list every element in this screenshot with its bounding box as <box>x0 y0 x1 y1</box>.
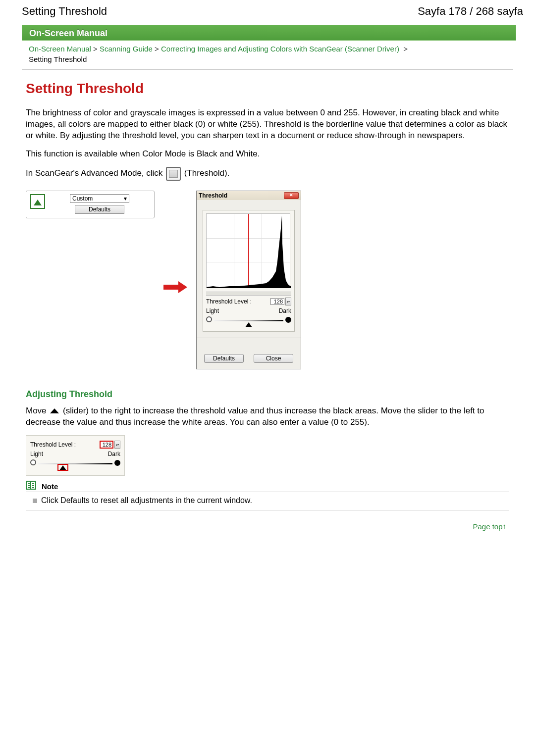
note-header: Note <box>26 481 509 492</box>
slider-thumb-icon[interactable] <box>245 322 252 327</box>
page-title: Setting Threshold <box>22 5 107 18</box>
dialog-title: Threshold <box>199 192 227 199</box>
dialog-defaults-button[interactable]: Defaults <box>204 354 244 363</box>
dark-endpoint-icon <box>114 460 120 466</box>
intro-paragraph-2: This function is available when Color Mo… <box>26 149 509 160</box>
crumb-sep: > <box>93 45 98 53</box>
dialog-close-button[interactable]: Close <box>254 354 293 363</box>
intro-paragraph-1: The brightness of color and grayscale im… <box>26 107 509 142</box>
intro-paragraph-3: In ScanGear's Advanced Mode, click (Thre… <box>26 167 509 181</box>
page-counter: Sayfa 178 / 268 sayfa <box>418 5 523 18</box>
threshold-slider[interactable] <box>206 315 291 328</box>
article-title: Setting Threshold <box>26 81 509 97</box>
arrow-right-icon <box>163 280 187 294</box>
crumb-scanning-guide[interactable]: Scanning Guide <box>100 45 153 53</box>
light-label: Light <box>206 307 219 314</box>
custom-settings-box: Custom ▾ Defaults <box>26 191 155 218</box>
histogram-chart <box>206 213 290 288</box>
chevron-down-icon: ▾ <box>124 195 127 202</box>
svg-marker-0 <box>34 200 42 205</box>
crumb-sep: > <box>403 45 408 53</box>
adjusting-threshold-heading: Adjusting Threshold <box>26 389 509 400</box>
light-endpoint-icon <box>30 459 36 465</box>
svg-marker-2 <box>163 281 187 293</box>
spinner-buttons[interactable]: ▴▾ <box>114 441 120 449</box>
arrow-up-icon: ↑ <box>503 522 507 530</box>
light-label: Light <box>30 451 43 457</box>
dark-label: Dark <box>108 451 120 457</box>
threshold-dialog: Threshold ✕ <box>196 191 301 369</box>
spinner-buttons[interactable]: ▴▾ <box>285 298 291 305</box>
defaults-button[interactable]: Defaults <box>75 205 124 214</box>
note-body: Click Defaults to reset all adjustments … <box>26 492 509 510</box>
slider-thumb-highlight <box>57 464 68 471</box>
crumb-correcting-images[interactable]: Correcting Images and Adjusting Colors w… <box>161 45 399 53</box>
breadcrumb: On-Screen Manual > Scanning Guide > Corr… <box>22 41 513 70</box>
svg-marker-3 <box>207 216 291 288</box>
crumb-sep: > <box>155 45 159 53</box>
crumb-current: Setting Threshold <box>29 55 87 63</box>
bullet-icon <box>33 499 37 503</box>
page-top-link[interactable]: Page top↑ <box>473 522 506 531</box>
close-button[interactable]: ✕ <box>284 192 299 199</box>
dark-endpoint-icon <box>285 317 291 323</box>
threshold-slider[interactable] <box>30 458 120 471</box>
threshold-callout: Threshold Level : ▴▾ Light Dark <box>26 435 125 476</box>
threshold-icon <box>166 167 181 181</box>
threshold-level-label: Threshold Level : <box>30 441 76 448</box>
light-endpoint-icon <box>206 316 212 322</box>
preset-select[interactable]: Custom ▾ <box>70 194 129 203</box>
manual-header: On-Screen Manual <box>22 25 516 41</box>
dark-label: Dark <box>279 307 291 314</box>
threshold-level-input[interactable] <box>270 298 284 305</box>
threshold-level-input-highlighted[interactable] <box>100 441 113 449</box>
note-icon <box>26 481 39 491</box>
crumb-on-screen-manual[interactable]: On-Screen Manual <box>29 45 91 53</box>
adjusting-threshold-paragraph: Move (slider) to the right to increase t… <box>26 405 509 428</box>
threshold-thumbnail-icon[interactable] <box>30 194 45 209</box>
slider-thumb-icon <box>50 408 59 413</box>
figure-row: Custom ▾ Defaults Threshold ✕ <box>26 191 509 369</box>
threshold-level-label: Threshold Level : <box>206 298 252 305</box>
